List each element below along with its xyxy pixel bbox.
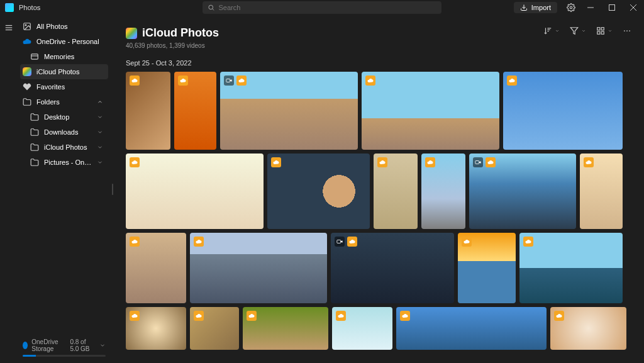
svg-rect-5 [609,5,615,11]
folder-icon [30,113,39,121]
cloud-badge-icon [554,311,564,321]
cloud-badge-icon [130,157,140,167]
cloud-badge-icon [336,311,346,321]
hamburger-button[interactable] [0,19,18,36]
sidebar-folder-pictures-onedrive[interactable]: Pictures - OneDrive Personal [20,155,108,170]
image-icon [23,22,31,31]
photo-tile[interactable] [421,154,465,229]
sidebar-label: Memories [44,53,74,60]
photo-tile[interactable] [580,154,623,229]
svg-marker-15 [570,28,578,35]
photo-tile[interactable] [550,307,626,350]
sidebar-folder-desktop[interactable]: Desktop [20,109,108,125]
search-box[interactable] [203,1,441,14]
sidebar-label: iCloud Photos [36,68,80,75]
cloud-badge-icon [507,75,517,86]
cloud-badge-icon [194,237,204,247]
memories-icon [30,52,39,61]
window-maximize-button[interactable] [601,0,623,15]
video-badge-icon [335,237,345,247]
nav-rail [0,15,18,363]
chevron-down-icon[interactable] [99,342,106,349]
photo-tile[interactable] [267,154,370,229]
hamburger-icon [4,23,13,32]
sidebar-item-folders[interactable]: Folders [20,94,108,109]
sidebar-item-onedrive[interactable]: OneDrive - Personal [20,34,108,49]
svg-rect-13 [31,54,38,59]
photo-tile[interactable] [174,72,216,150]
photo-tile[interactable] [126,307,186,350]
cloud-badge-icon [365,75,375,86]
folder-icon [23,98,31,106]
sidebar-label: Favorites [36,83,65,91]
cloud-badge-icon [130,311,140,321]
window-minimize-button[interactable] [580,0,601,15]
photo-tile[interactable] [503,72,623,150]
window-close-button[interactable] [623,0,644,15]
sidebar-label: All Photos [36,23,68,30]
cloud-badge-icon [130,237,140,247]
svg-rect-17 [601,28,604,30]
photo-tile[interactable] [396,307,547,350]
filter-button[interactable] [570,26,586,35]
photo-row [126,72,631,150]
titlebar: Photos Import [0,0,644,15]
pane-resize-handle[interactable] [111,15,114,363]
cloud-badge-icon [584,157,594,167]
photo-tile[interactable] [126,154,264,229]
import-button[interactable]: Import [514,2,557,13]
video-badge-icon [224,75,234,86]
sidebar-item-icloud[interactable]: iCloud Photos [20,64,108,79]
svg-point-3 [570,6,572,9]
sort-button[interactable] [543,26,560,35]
photo-tile[interactable] [126,233,186,303]
svg-point-20 [624,30,625,31]
storage-panel: OneDrive Storage 0.8 of 5.0 GB [18,333,111,363]
sidebar-item-memories[interactable]: Memories [20,49,108,64]
date-section-label: Sept 25 - Oct 3, 2022 [126,59,631,67]
svg-point-22 [629,30,630,31]
cloud-badge-icon [271,157,281,167]
chevron-down-icon [97,129,103,135]
photo-tile[interactable] [126,72,170,150]
cloud-badge-icon [347,237,357,247]
more-button[interactable] [623,26,631,35]
chevron-down-icon [608,28,613,33]
photo-tile[interactable] [190,307,239,350]
search-input[interactable] [218,4,436,11]
photo-tile[interactable] [458,233,516,303]
svg-point-0 [209,5,213,9]
photo-tile[interactable] [332,307,392,350]
photo-tile[interactable] [220,72,358,150]
sidebar-folder-downloads[interactable]: Downloads [20,125,108,140]
photo-tile[interactable] [374,154,418,229]
photo-row [126,233,631,303]
icloud-photos-icon [126,28,137,39]
photo-tile[interactable] [190,233,327,303]
sidebar-folder-icloud[interactable]: iCloud Photos [20,140,108,155]
sidebar: All Photos OneDrive - Personal Memories … [18,15,111,363]
photo-tile[interactable] [331,233,454,303]
main-content: iCloud Photos 40,639 photos, 1,399 video… [114,15,644,363]
folder-icon [30,128,39,137]
cloud-badge-icon [523,237,533,247]
photo-tile[interactable] [519,233,623,303]
search-icon [208,4,214,11]
svg-point-12 [25,25,26,26]
sidebar-item-all-photos[interactable]: All Photos [20,19,108,34]
layout-button[interactable] [596,26,613,35]
chevron-down-icon [581,28,586,33]
onedrive-icon [23,37,31,46]
photo-tile[interactable] [469,154,576,229]
page-title: iCloud Photos [142,26,219,40]
heart-icon [23,82,31,91]
photo-tile[interactable] [243,307,328,350]
settings-button[interactable] [562,0,580,15]
sidebar-item-favorites[interactable]: Favorites [20,79,108,94]
sidebar-label: Desktop [44,113,69,121]
grid-icon [596,26,605,35]
storage-text: 0.8 of 5.0 GB [70,338,96,352]
photo-tile[interactable] [362,72,499,150]
folder-icon [30,143,39,152]
gear-icon [567,3,575,12]
